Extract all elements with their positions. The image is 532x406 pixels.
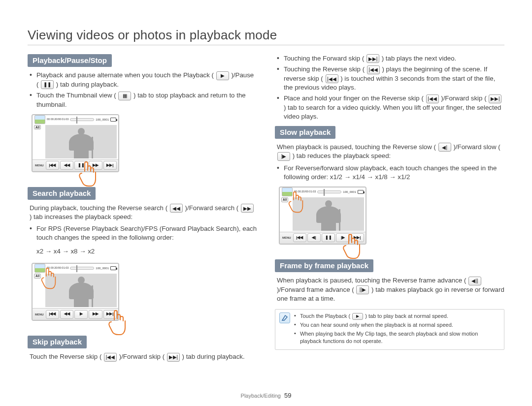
bullet: For Reverse/forward slow playback, each … — [277, 164, 504, 182]
text: ) tab during playback. — [182, 353, 245, 360]
bullet: Touching the Forward skip ( ▶▶| ) tab pl… — [277, 54, 504, 63]
thumbnail-view-icon: ▦ — [118, 92, 131, 100]
skip-playback-section: Skip playback Touch the Reverse skip ( |… — [28, 336, 257, 362]
frame-by-frame-section: Frame by frame playback When playback is… — [275, 259, 504, 303]
text: )/Forward skip ( — [119, 353, 165, 360]
battery-icon — [110, 266, 116, 270]
menu-label: MENU — [34, 310, 45, 319]
skip-playback-continuation: Touching the Forward skip ( ▶▶| ) tab pl… — [275, 54, 504, 121]
pause-button-icon: ❚❚ — [322, 233, 335, 242]
reverse-skip-icon: |◀◀ — [46, 161, 59, 170]
text: )/Forward search ( — [185, 204, 239, 212]
page-footer: Playback/Editing 59 — [0, 392, 532, 399]
forward-frame-icon: ||▶ — [356, 285, 369, 294]
clip-name: 100_0001 — [343, 190, 356, 194]
forward-search-icon: ▶▶ — [241, 204, 254, 213]
golfer-silhouette-icon — [64, 127, 99, 158]
note-item: When playing back the My Clip tags, the … — [294, 330, 500, 345]
search-playback-section: Search playback During playback, touchin… — [28, 187, 257, 327]
text: )/Forward frame advance ( — [277, 286, 354, 293]
section-heading: Search playback — [28, 187, 96, 200]
forward-search-icon: ▶▶ — [89, 310, 102, 319]
reverse-slow-icon: ◀| — [438, 143, 451, 152]
right-column: Touching the Forward skip ( ▶▶| ) tab pl… — [275, 54, 504, 368]
intro-text: During playback, touching the Reverse se… — [28, 204, 257, 221]
section-heading: Playback/Pause/Stop — [28, 54, 112, 67]
bullet: Place and hold your finger on the Revers… — [277, 94, 504, 121]
note-list: Touch the Playback ( ▶ ) tab to play bac… — [294, 312, 500, 346]
bullet: Touch the Thumbnail view ( ▦ ) tab to st… — [30, 91, 257, 109]
text: During playback, touching the Reverse se… — [30, 204, 167, 212]
text: ) tab plays the next video. — [382, 55, 457, 62]
reverse-search-icon: ◀◀ — [60, 310, 73, 319]
text: ) tab reduces the playback speed: — [293, 152, 391, 159]
text: ) tab during playback. — [56, 81, 119, 88]
clip-name: 100_0001 — [96, 118, 109, 122]
touch-hand-icon — [286, 191, 305, 213]
text: Touch the Reverse skip ( — [30, 353, 101, 360]
note-item: Touch the Playback ( ▶ ) tab to play bac… — [294, 312, 500, 320]
forward-skip-icon: ▶▶| — [167, 353, 180, 362]
text: ) tab to play back at normal speed. — [365, 313, 448, 319]
touch-hand-icon — [76, 161, 99, 187]
text: ) tab increases the playback speed: — [30, 213, 133, 220]
camera-figure-pause: 00:00:20/00:01:03 100_0001 All — [32, 114, 125, 178]
text: When playing back the My Clip tags, the … — [300, 331, 478, 344]
forward-skip-icon: ▶▶| — [103, 161, 117, 170]
camera-screen: 00:00:20/00:01:03 100_0001 All — [32, 114, 119, 172]
camera-figure-search: 00:00:20/00:01:03 100_0001 All — [32, 263, 125, 327]
battery-icon — [358, 190, 364, 194]
speed-sequence: x2 → x4 → x8 → x2 — [28, 247, 257, 256]
reverse-search-icon: ◀◀ — [170, 204, 183, 213]
text: )/Forward skip ( — [441, 94, 486, 102]
bullet-list: Playback and pause alternate when you to… — [28, 71, 257, 109]
text: Playback and pause alternate when you to… — [36, 71, 214, 79]
text: Touching the Forward skip ( — [284, 55, 364, 62]
progress-handle — [324, 189, 325, 196]
reverse-skip-icon: |◀◀ — [326, 74, 338, 83]
menu-label: MENU — [34, 161, 45, 170]
bullet: For RPS (Reverse Playback Search)/FPS (F… — [30, 224, 257, 242]
footer-section: Playback/Editing — [241, 393, 281, 399]
intro-text: Touch the Reverse skip ( |◀◀ )/Forward s… — [28, 352, 257, 361]
forward-skip-icon: ▶▶| — [366, 54, 379, 63]
note-item: You can hear sound only when the playbac… — [294, 321, 500, 329]
menu-label: MENU — [281, 233, 292, 242]
play-button-icon: ▶ — [74, 310, 88, 319]
page-number: 59 — [284, 392, 291, 399]
reverse-slow-icon: ◀| — [307, 233, 321, 242]
all-chip: All — [34, 125, 41, 130]
text: Place and hold your finger on the Revers… — [284, 94, 424, 102]
golfer-silhouette-icon — [311, 199, 346, 231]
reverse-skip-icon: |◀◀ — [46, 310, 59, 319]
camera-topbar: 00:00:20/00:01:03 100_0001 — [33, 115, 118, 124]
text: ) tab to search for a video quickly. Whe… — [284, 104, 501, 120]
play-icon: ▶ — [216, 71, 229, 80]
progress-bar — [70, 118, 94, 121]
text: When playback is paused, touching the Re… — [277, 143, 436, 151]
touch-hand-icon — [340, 234, 363, 259]
battery-icon — [110, 118, 116, 122]
playback-pause-stop-section: Playback/Pause/Stop Playback and pause a… — [28, 54, 257, 178]
bullet: Touching the Reverse skip ( |◀◀ ) plays … — [277, 65, 504, 92]
text: For Reverse/forward slow playback, each … — [284, 164, 497, 181]
text: )/Forward slow ( — [453, 143, 500, 151]
reverse-skip-icon: |◀◀ — [426, 94, 439, 103]
text: When playback is paused, touching the Re… — [277, 277, 466, 284]
reverse-skip-icon: |◀◀ — [104, 353, 117, 362]
elapsed-time: 00:00:20/00:01:03 — [47, 118, 68, 121]
camera-sidebar: All — [34, 125, 41, 130]
forward-skip-icon: ▶▶| — [489, 94, 501, 103]
text: Touch the Thumbnail view ( — [36, 92, 116, 99]
touch-hand-icon — [105, 310, 128, 336]
bullet: Playback and pause alternate when you to… — [30, 71, 257, 89]
pause-icon: ❚❚ — [41, 80, 54, 89]
scene-area — [45, 125, 117, 158]
reverse-search-icon: ◀◀ — [60, 161, 73, 170]
progress-bar — [70, 267, 94, 270]
thumbnail-chip-icon — [34, 115, 45, 124]
intro-text: When playback is paused, touching the Re… — [275, 143, 504, 161]
progress-handle — [76, 117, 77, 124]
touch-hand-icon — [38, 268, 58, 289]
section-heading: Frame by frame playback — [275, 259, 373, 272]
